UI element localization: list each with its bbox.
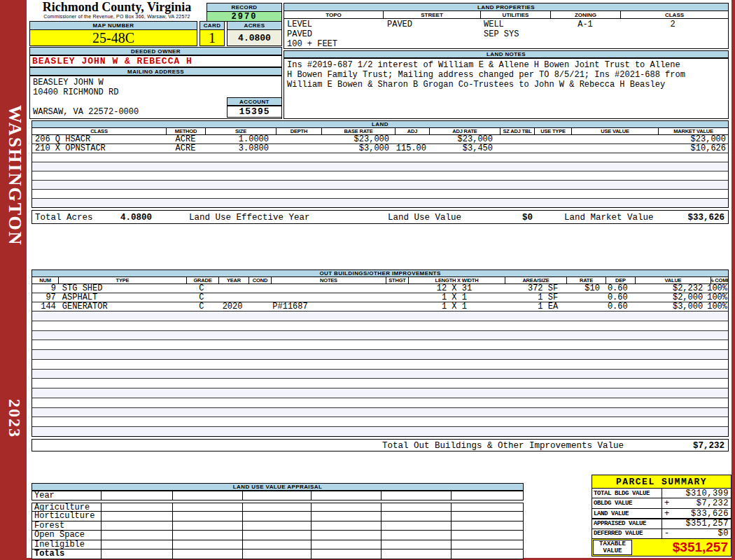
summary-row-taxable: TAXABLE VALUE $351,257: [592, 538, 731, 556]
cell-grade: C: [186, 302, 218, 311]
cell-depth: [276, 135, 321, 144]
appraisal-row-label: Ineligible: [31, 540, 102, 550]
taxable-value: $351,257: [633, 539, 731, 556]
cell-dep: 0.60: [603, 302, 632, 311]
cell-year: [218, 284, 248, 293]
land-properties-title: LAND PROPERTIES: [284, 3, 729, 11]
col-sthgt: STHGT: [386, 277, 408, 284]
cell-pct-comp: 100%: [707, 293, 728, 302]
cell-use-type: [534, 144, 571, 153]
cell-use-value: [571, 144, 658, 153]
cell-area-size: 1 SF: [503, 293, 564, 302]
cell-sthgt: [384, 293, 406, 302]
col-adj-rate: ADJ RATE: [429, 128, 500, 134]
utilities-value: WELL: [484, 20, 504, 29]
cell-method: ACRE: [166, 144, 205, 153]
land-notes-line: Ins #2019-687 1/2 interest of William E …: [287, 60, 728, 70]
cell-cond: [247, 284, 270, 293]
col-depth: DEPTH: [276, 128, 321, 134]
total-acres-label: Total Acres: [35, 213, 93, 223]
county-title: Richmond County, Virginia: [29, 1, 204, 14]
cell-base-rate: $23,000: [321, 135, 395, 144]
cell-notes: [270, 284, 384, 293]
cell-length-width: 1 X 1: [406, 293, 502, 302]
cell-dep: 0.60: [603, 293, 632, 302]
cell-pct-comp: 100%: [707, 284, 728, 293]
column-header-zoning: ZONING: [550, 11, 620, 18]
land-row: 210 X OPNSTACR ACRE 3.0800 $3,000 115.00…: [31, 144, 729, 153]
parcel-summary-title: PARCEL SUMMARY: [592, 475, 731, 488]
value: $351,257: [673, 519, 729, 528]
col-grade: GRADE: [186, 277, 218, 284]
cell-method: ACRE: [166, 135, 205, 144]
out-building-row: 144 GENERATOR C 2020 P#11687 1 X 1 1 EA …: [31, 302, 729, 312]
cell-adj-rate: $23,000: [429, 135, 500, 144]
cell-num: 97: [32, 293, 58, 302]
land-totals-row: Total Acres 4.0800 Land Use Effective Ye…: [31, 210, 729, 224]
cell-grade: C: [186, 284, 218, 293]
value: $0: [673, 528, 729, 538]
col-dep: DEP: [606, 277, 635, 284]
land-use-value-label: Land Use Value: [388, 213, 461, 223]
appraisal-row-label: Horticulture: [31, 512, 102, 522]
cell-value: $3,000: [632, 302, 707, 311]
cell-rate: [564, 302, 603, 311]
summary-row-total-bldg: TOTAL BLDG VALUE $310,399: [592, 488, 731, 498]
record-value: 2970: [206, 11, 282, 22]
cell-class: 206 Q HSACR: [32, 135, 166, 144]
appraisal-row: Year: [31, 491, 524, 500]
value: $310,399: [673, 489, 729, 498]
zoning-value: A-1: [550, 20, 620, 29]
out-buildings-total-value: $7,232: [693, 441, 724, 451]
cell-value: $2,000: [632, 293, 707, 302]
appraisal-row: Horticulture: [31, 512, 524, 522]
land-notes-text: Ins #2019-687 1/2 interest of William E …: [284, 58, 729, 119]
address-line: BEASLEY JOHN W: [33, 78, 281, 88]
cell-area-size: 372 SF: [503, 284, 564, 293]
cell-cond: [247, 293, 270, 302]
cell-market-value: $10,626: [658, 144, 728, 153]
value: $33,626: [673, 509, 729, 519]
cell-dep: 0.60: [603, 284, 632, 293]
property-record-card: { "colors": { "page_red": "#A62B28", "he…: [0, 0, 735, 560]
land-market-value: $33,626: [687, 213, 724, 223]
out-buildings-totals-row: Total Out Buildings & Other Improvements…: [31, 439, 729, 451]
cell-type: STG SHED: [58, 284, 186, 293]
cell-adj: [395, 135, 429, 144]
cell-rate: [564, 293, 603, 302]
column-header-utilities: UTILITIES: [480, 11, 550, 18]
col-type: TYPE: [58, 277, 186, 284]
card-value[interactable]: 1: [200, 29, 225, 46]
col-use-value: USE VALUE: [571, 128, 658, 134]
cell-num: 144: [32, 302, 58, 311]
acres-value: 4.0800: [227, 29, 282, 46]
land-notes-line: William E Bowen & Sharon B Grogan Co-Tru…: [287, 80, 728, 90]
summary-row-obldg: OBLDG VALUE +$7,232: [592, 498, 731, 507]
topo-value: LEVEL: [287, 20, 312, 29]
appraisal-row: Open Space: [31, 531, 524, 540]
cell-sthgt: [384, 302, 406, 311]
land-use-appraisal-title: LAND USE VALUE APPRAISAL: [31, 483, 524, 491]
county-subtitle: Commissioner of the Revenue, PO Box 366,…: [29, 14, 204, 19]
cell-sthgt: [384, 284, 406, 293]
col-value: VALUE: [635, 277, 710, 284]
deeded-owner-value: BEASLEY JOHN W & REBECCA H: [29, 55, 282, 67]
appraisal-row-label: Totals: [31, 550, 102, 559]
map-number-value[interactable]: 25-48C: [29, 29, 197, 46]
land-properties-values: LEVEL PAVED 100 + FEET PAVED WELL SEP SY…: [284, 19, 729, 49]
cell-use-type: [534, 135, 571, 144]
col-market-value: MARKET VALUE: [658, 128, 728, 134]
col-notes: NOTES: [271, 277, 386, 284]
cell-use-value: [571, 135, 658, 144]
account-value: 15395: [227, 106, 282, 118]
utilities-value: SEP SYS: [484, 29, 519, 39]
sign: -: [664, 528, 673, 538]
land-table: LAND CLASS METHOD SIZE DEPTH BASE RATE A…: [31, 120, 729, 224]
cell-length-width: 1 X 1: [406, 302, 502, 311]
spine-year-label: 2023: [5, 399, 24, 438]
cell-sz-adj-tbl: [500, 144, 534, 153]
taxable-value-label: TAXABLE VALUE: [593, 540, 632, 555]
col-class: CLASS: [32, 128, 166, 134]
cell-sz-adj-tbl: [500, 135, 534, 144]
col-rate: RATE: [566, 277, 606, 284]
